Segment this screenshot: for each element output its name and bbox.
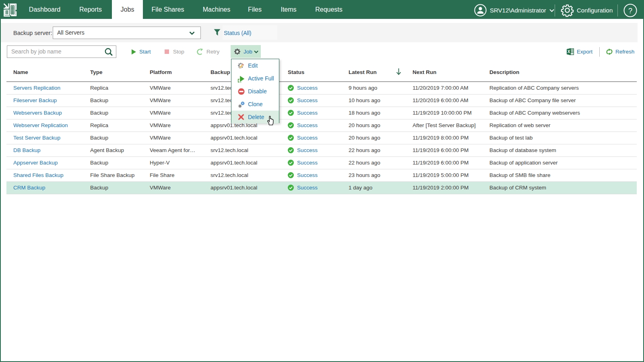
svg-text:X: X [568,49,570,54]
svg-text:?: ? [628,7,632,15]
